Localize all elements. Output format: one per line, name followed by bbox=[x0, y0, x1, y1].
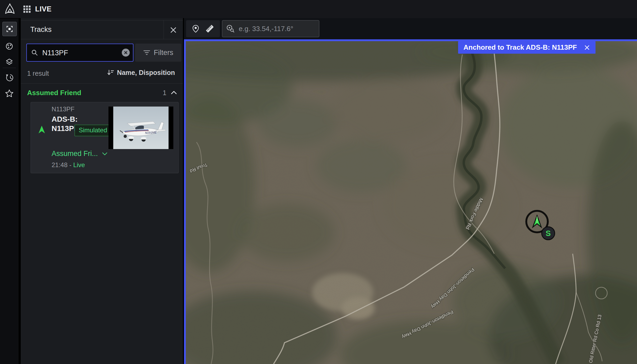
sort-label: Name, Disposition bbox=[117, 69, 175, 77]
aircraft-photo-illustration: N191ME bbox=[108, 107, 173, 149]
sort-icon bbox=[106, 69, 114, 77]
time-separator: - bbox=[68, 161, 73, 168]
close-icon bbox=[584, 44, 590, 51]
coordinate-search-box bbox=[222, 20, 319, 37]
track-callsign: N113PF bbox=[52, 105, 74, 113]
live-status: Live bbox=[73, 161, 85, 168]
sidebar-item-layers[interactable] bbox=[2, 55, 16, 69]
app-mode-title: LIVE bbox=[35, 5, 52, 13]
search-icon bbox=[31, 49, 38, 56]
left-icon-rail bbox=[0, 19, 19, 364]
chevron-down-icon bbox=[102, 152, 107, 156]
sort-control[interactable]: Name, Disposition bbox=[106, 69, 175, 77]
anduril-logo-icon bbox=[4, 3, 16, 15]
rail-divider bbox=[3, 68, 16, 68]
chevron-up-icon bbox=[171, 90, 177, 95]
globe-search-icon bbox=[226, 24, 234, 33]
header-divider bbox=[164, 20, 164, 39]
sidebar-item-history[interactable] bbox=[2, 71, 16, 84]
star-icon bbox=[5, 89, 14, 98]
track-photo: N191ME bbox=[108, 107, 173, 149]
focus-frame-icon bbox=[5, 25, 14, 33]
result-count: 1 result bbox=[27, 70, 49, 77]
filters-button[interactable]: Filters bbox=[135, 44, 181, 62]
track-time: 21:48 bbox=[52, 161, 68, 168]
search-clear-button[interactable] bbox=[122, 49, 130, 57]
group-label: Assumed Friend bbox=[27, 89, 81, 97]
history-replay-icon bbox=[5, 73, 14, 82]
sidebar-item-tracks[interactable] bbox=[2, 22, 17, 36]
sidebar-item-contacts[interactable] bbox=[2, 39, 16, 53]
track-card[interactable]: N113PF ADS-B: N113PF Simulated N191ME bbox=[31, 102, 179, 173]
map-viewport[interactable]: Trout Rd Middle Fork Rd Pendleton-John D… bbox=[184, 39, 637, 364]
layers-icon bbox=[5, 57, 14, 66]
ruler-measure-tool[interactable] bbox=[205, 24, 214, 33]
search-input[interactable] bbox=[42, 44, 117, 62]
coordinate-input[interactable] bbox=[238, 20, 316, 37]
map-tool-group bbox=[186, 20, 220, 37]
track-time-status: 21:48 - Live bbox=[52, 161, 85, 169]
results-row: 1 result Name, Disposition bbox=[21, 64, 183, 84]
disposition-dropdown[interactable]: Assumed Fri... bbox=[52, 150, 107, 158]
disposition-group-header[interactable]: Assumed Friend 1 bbox=[21, 83, 183, 102]
top-bar: LIVE bbox=[0, 0, 637, 19]
radar-contacts-icon bbox=[5, 42, 14, 50]
clear-x-icon bbox=[124, 51, 128, 54]
anchored-banner: Anchored to Track ADS-B: N113PF bbox=[458, 41, 596, 54]
disposition-value: Assumed Fri... bbox=[52, 150, 98, 158]
map-column: Trout Rd Middle Fork Rd Pendleton-John D… bbox=[184, 18, 637, 364]
panel-close-button[interactable] bbox=[169, 26, 178, 34]
simulated-marker-badge[interactable]: S bbox=[541, 226, 555, 240]
tracks-panel-header: Tracks bbox=[21, 20, 183, 39]
anchored-banner-text: Anchored to Track ADS-B: N113PF bbox=[463, 43, 577, 52]
track-search-box bbox=[26, 44, 133, 62]
filter-icon bbox=[143, 49, 150, 56]
banner-close-button[interactable] bbox=[584, 44, 590, 51]
photo-registration: N191ME bbox=[145, 131, 157, 134]
simulated-badge: Simulated bbox=[74, 125, 111, 136]
tracks-panel: Tracks Filters 1 result bbox=[21, 18, 183, 364]
map-pin-tool[interactable] bbox=[192, 24, 200, 33]
track-marker-arrow bbox=[531, 214, 543, 229]
group-count: 1 bbox=[163, 89, 166, 97]
sidebar-item-favorites[interactable] bbox=[2, 87, 16, 100]
map-toolbar bbox=[184, 18, 637, 39]
filters-label: Filters bbox=[154, 49, 173, 57]
panel-title: Tracks bbox=[30, 26, 52, 34]
satellite-terrain: Trout Rd Middle Fork Rd Pendleton-John D… bbox=[186, 41, 637, 364]
friend-track-icon bbox=[38, 125, 46, 134]
apps-grid-icon[interactable] bbox=[23, 6, 30, 12]
close-icon bbox=[170, 27, 177, 33]
